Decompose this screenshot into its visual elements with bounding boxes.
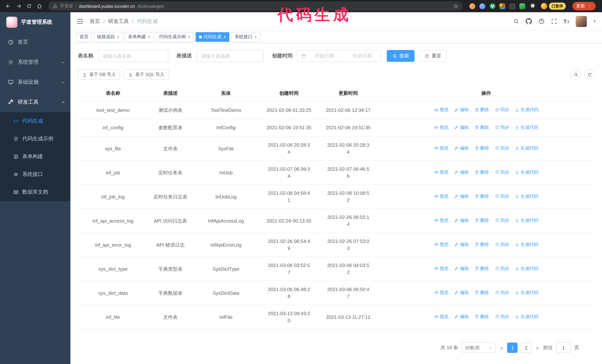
edit-link[interactable]: 编辑 [454,124,469,131]
preview-link[interactable]: 预览 [434,106,449,113]
generate-code-link[interactable]: 生成代码 [515,106,538,113]
edit-link[interactable]: 编辑 [454,265,469,272]
preview-link[interactable]: 预览 [434,169,449,176]
sync-link[interactable]: 同步 [495,265,509,272]
browser-menu-icon[interactable]: ⋮ [588,4,592,8]
close-icon[interactable]: × [223,34,226,39]
sync-link[interactable]: 同步 [495,106,509,113]
preview-link[interactable]: 预览 [434,124,449,131]
edit-link[interactable]: 编辑 [454,193,469,200]
generate-code-link[interactable]: 生成代码 [515,217,538,224]
import-db-button[interactable]: 基于 DB 导入 [78,69,120,80]
date-range-picker[interactable]: 开始日期 - 结束日期 [297,50,382,62]
user-avatar[interactable] [576,16,587,27]
font-size-icon[interactable]: T T [563,19,570,24]
table-name-input[interactable] [98,50,168,62]
edit-link[interactable]: 编辑 [454,169,469,176]
sync-link[interactable]: 同步 [495,169,509,176]
sidebar-item-system-api[interactable]: 系统接口 [0,166,70,183]
url-bar[interactable]: 不安全 dashboard.yudao.iocoder.cn /tool/cod… [48,1,462,11]
page-2-button[interactable]: 2 [521,343,531,353]
preview-link[interactable]: 预览 [434,289,449,296]
sync-link[interactable]: 同步 [495,124,509,131]
chrome-update-button[interactable]: 更新 ⋮ [572,2,596,10]
profile-chip[interactable]: 已暂停 [541,3,566,10]
close-icon[interactable]: × [117,34,119,39]
sidebar-item-system[interactable]: 系统管理 [0,52,70,72]
sync-link[interactable]: 同步 [495,193,509,200]
hide-search-button[interactable] [570,69,581,80]
delete-link[interactable]: 删除 [474,193,489,200]
delete-link[interactable]: 删除 [474,169,489,176]
preview-link[interactable]: 预览 [434,241,449,248]
close-icon[interactable]: × [254,34,257,39]
sync-link[interactable]: 同步 [495,241,509,248]
tab-codegen-example[interactable]: 代码生成示例 × [156,32,194,42]
preview-link[interactable]: 预览 [434,265,449,272]
page-size-select[interactable]: 10条/页 ▼ [462,343,495,353]
sidebar-item-codegen-example[interactable]: 代码生成示例 [0,130,70,148]
sidebar-item-codegen[interactable]: 代码生成 [0,112,70,130]
generate-code-link[interactable]: 生成代码 [515,124,538,131]
sync-link[interactable]: 同步 [495,313,509,320]
extension-icon[interactable] [469,3,475,9]
tab-tracer[interactable]: 链路追踪 × [94,32,123,42]
sidebar-item-db-doc[interactable]: 数据库文档 [0,183,70,201]
sidebar-item-infra[interactable]: 基础设施 [0,72,70,92]
sidebar-item-home[interactable]: 首页 [0,32,70,52]
close-icon[interactable]: × [148,34,150,39]
generate-code-link[interactable]: 生成代码 [515,313,538,320]
delete-link[interactable]: 删除 [474,313,489,320]
help-icon[interactable] [538,18,545,24]
edit-link[interactable]: 编辑 [454,241,469,248]
sync-link[interactable]: 同步 [495,289,509,296]
tab-home[interactable]: 首页 [76,32,92,42]
extensions-puzzle-icon[interactable] [529,3,536,9]
sync-link[interactable]: 同步 [495,217,509,224]
tab-codegen[interactable]: 代码生成 × [196,32,229,42]
avatar-caret-icon[interactable]: ▼ [593,20,596,23]
goto-page-input[interactable] [556,343,571,353]
delete-link[interactable]: 删除 [474,289,489,296]
delete-link[interactable]: 删除 [474,124,489,131]
reset-button[interactable]: 重置 [419,50,447,62]
browser-reload-button[interactable] [24,1,34,11]
breadcrumb-devtools[interactable]: 研发工具 [108,18,129,25]
app-logo[interactable]: 芋道管理系统 [0,12,70,32]
generate-code-link[interactable]: 生成代码 [515,145,538,152]
sync-link[interactable]: 同步 [495,145,509,152]
sidebar-item-devtools[interactable]: 研发工具 [0,92,70,112]
sidebar-toggle-icon[interactable] [76,18,83,25]
delete-link[interactable]: 删除 [474,145,489,152]
preview-link[interactable]: 预览 [434,217,449,224]
delete-link[interactable]: 删除 [474,106,489,113]
edit-link[interactable]: 编辑 [454,145,469,152]
search-icon[interactable] [513,18,519,24]
preview-link[interactable]: 预览 [434,313,449,320]
browser-forward-button[interactable] [14,1,23,11]
extension-icon[interactable] [499,3,505,9]
tab-system-api[interactable]: 系统接口 × [231,32,260,42]
edit-link[interactable]: 编辑 [454,289,469,296]
edit-link[interactable]: 编辑 [454,106,469,113]
page-1-button[interactable]: 1 [507,343,518,353]
bookmark-star-icon[interactable] [453,3,458,9]
tab-form-builder[interactable]: 表单构建 × [125,32,154,42]
security-warning-icon[interactable] [53,4,57,9]
delete-link[interactable]: 删除 [474,217,489,224]
import-sql-button[interactable]: 基于 SQL 导入 [124,69,169,80]
edit-link[interactable]: 编辑 [454,217,469,224]
generate-code-link[interactable]: 生成代码 [515,265,538,272]
prev-page-button[interactable]: ‹ [499,344,504,351]
edit-link[interactable]: 编辑 [454,313,469,320]
extension-icon[interactable] [509,3,516,9]
next-page-button[interactable]: › [535,344,540,351]
breadcrumb-home[interactable]: 首页 [90,18,100,25]
preview-link[interactable]: 预览 [434,145,449,152]
refresh-table-button[interactable] [584,69,595,80]
sidebar-item-form-builder[interactable]: 表单构建 [0,148,70,166]
extension-icon[interactable] [519,3,526,9]
delete-link[interactable]: 删除 [474,241,489,248]
generate-code-link[interactable]: 生成代码 [515,169,538,176]
generate-code-link[interactable]: 生成代码 [515,289,538,296]
